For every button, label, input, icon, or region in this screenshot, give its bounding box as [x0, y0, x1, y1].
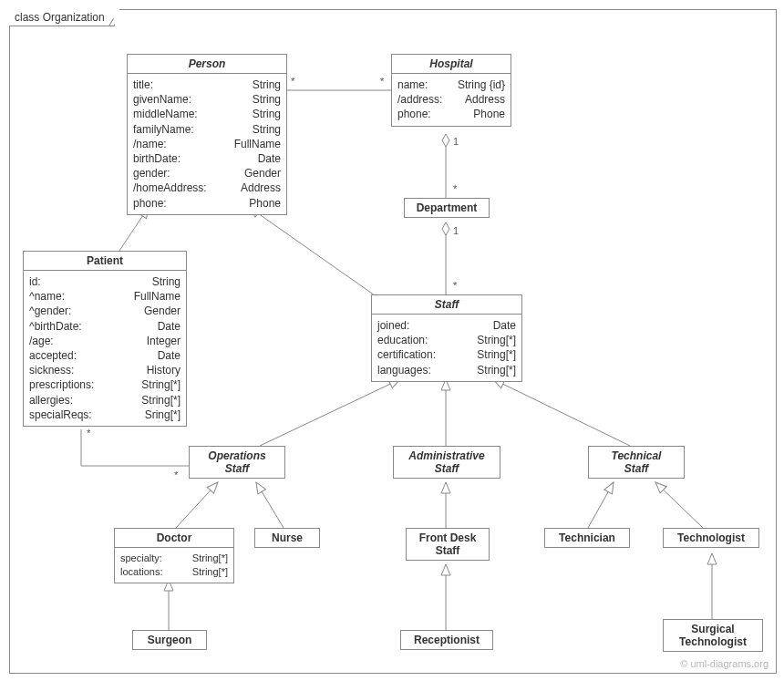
attribute-row: locations:String[*]: [120, 565, 228, 579]
attribute-row: sickness:History: [29, 363, 181, 377]
attribute-row: ^name:FullName: [29, 289, 181, 304]
attribute-row: phone:Phone: [397, 107, 505, 121]
attribute-row: /homeAddress:Address: [133, 181, 281, 195]
mult-patient-ops-top: *: [87, 428, 90, 439]
class-title: Technician: [545, 529, 629, 547]
class-department: Department: [404, 198, 490, 218]
class-attrs: joined:Dateeducation:String[*]certificat…: [372, 315, 521, 381]
mult-person-hospital-left: *: [291, 76, 294, 87]
attribute-row: prescriptions:String[*]: [29, 377, 181, 392]
class-staff: Staff joined:Dateeducation:String[*]cert…: [371, 294, 522, 382]
class-attrs: id:String^name:FullName^gender:Gender^bi…: [24, 271, 186, 426]
attribute-row: gender:Gender: [133, 166, 281, 181]
class-title: Patient: [24, 252, 186, 271]
class-title: Staff: [372, 295, 521, 315]
attribute-row: name:String {id}: [397, 77, 505, 92]
svg-line-7: [493, 379, 630, 446]
attribute-row: certification:String[*]: [377, 347, 516, 362]
mult-hospital-dept-bot: *: [453, 183, 457, 194]
frame-label: class Organization: [9, 9, 115, 26]
class-nurse: Nurse: [254, 528, 320, 548]
attribute-row: specialReqs:Sring[*]: [29, 408, 181, 422]
attribute-row: /name:FullName: [133, 137, 281, 151]
svg-line-8: [176, 482, 218, 528]
attribute-row: /address:Address: [397, 92, 505, 107]
class-operations-staff: Operations Staff: [189, 446, 285, 479]
attribute-row: birthDate:Date: [133, 151, 281, 166]
class-title: Surgical Technologist: [664, 620, 762, 651]
class-title: Front Desk Staff: [407, 529, 489, 560]
attribute-row: id:String: [29, 274, 181, 289]
class-title: Receptionist: [401, 631, 492, 649]
mult-person-hospital-right: *: [380, 76, 384, 87]
class-patient: Patient id:String^name:FullName^gender:G…: [23, 251, 187, 427]
class-title: Technologist: [664, 529, 758, 547]
svg-line-4: [249, 207, 384, 302]
class-administrative-staff: Administrative Staff: [393, 446, 500, 479]
attribute-row: languages:String[*]: [377, 363, 516, 377]
attribute-row: title:String: [133, 77, 281, 92]
attribute-row: specialty:String[*]: [120, 552, 228, 565]
attribute-row: allergies:String[*]: [29, 393, 181, 408]
attribute-row: givenName:String: [133, 92, 281, 107]
class-title: Technical Staff: [589, 447, 684, 478]
attribute-row: ^birthDate:Date: [29, 319, 181, 334]
mult-hospital-dept-top: 1: [453, 136, 459, 147]
attribute-row: phone:Phone: [133, 196, 281, 211]
attribute-row: accepted:Date: [29, 348, 181, 363]
mult-dept-staff-top: 1: [453, 225, 459, 236]
svg-line-5: [260, 379, 400, 446]
class-doctor: Doctor specialty:String[*]locations:Stri…: [114, 528, 234, 583]
svg-line-12: [655, 482, 703, 528]
svg-line-9: [256, 482, 284, 528]
class-title: Person: [128, 55, 286, 74]
class-attrs: name:String {id}/address:Addressphone:Ph…: [392, 74, 511, 126]
class-title: Department: [405, 199, 489, 217]
attribute-row: education:String[*]: [377, 333, 516, 347]
class-surgical-technologist: Surgical Technologist: [663, 619, 763, 652]
class-title: Surgeon: [133, 631, 206, 649]
mult-patient-ops-bot: *: [174, 469, 178, 480]
attribute-row: middleName:String: [133, 107, 281, 121]
copyright: © uml-diagrams.org: [680, 658, 769, 669]
attribute-row: ^gender:Gender: [29, 304, 181, 318]
class-technologist: Technologist: [663, 528, 759, 548]
class-technician: Technician: [544, 528, 630, 548]
frame-label-text: class Organization: [15, 11, 105, 24]
class-title: Administrative Staff: [394, 447, 500, 478]
class-title: Doctor: [115, 529, 233, 548]
class-title: Hospital: [392, 55, 511, 74]
attribute-row: /age:Integer: [29, 334, 181, 348]
svg-line-11: [588, 482, 614, 528]
class-technical-staff: Technical Staff: [588, 446, 685, 479]
class-surgeon: Surgeon: [132, 630, 207, 650]
class-front-desk-staff: Front Desk Staff: [406, 528, 490, 561]
class-attrs: specialty:String[*]locations:String[*]: [115, 548, 233, 583]
mult-dept-staff-bot: *: [453, 280, 457, 291]
class-receptionist: Receptionist: [400, 630, 493, 650]
diagram-frame: class Organization: [9, 9, 777, 674]
class-title: Nurse: [255, 529, 319, 547]
attribute-row: familyName:String: [133, 122, 281, 137]
attribute-row: joined:Date: [377, 318, 516, 333]
class-title: Operations Staff: [190, 447, 284, 478]
class-attrs: title:StringgivenName:StringmiddleName:S…: [128, 74, 286, 214]
class-person: Person title:StringgivenName:Stringmiddl…: [127, 54, 287, 215]
class-hospital: Hospital name:String {id}/address:Addres…: [391, 54, 511, 127]
